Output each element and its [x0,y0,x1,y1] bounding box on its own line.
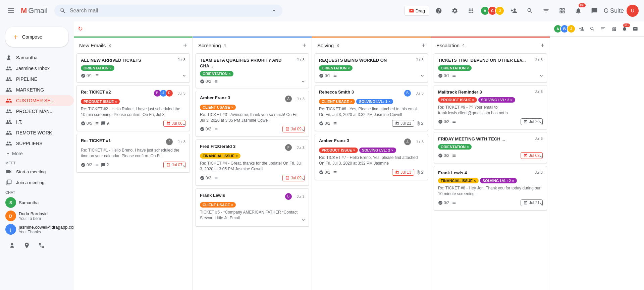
card-new-2[interactable]: Re: TICKET #2 B J R Jul 3 [76,85,190,131]
card-chevron-sc-2[interactable] [301,127,306,134]
sidebar-item-it[interactable]: I.T. [0,117,74,127]
grid-view-icon[interactable] [609,24,619,34]
chat-name-duda: Duda Bardavid [19,211,66,216]
drag-button[interactable]: Drag [405,6,429,16]
card-sc-3[interactable]: Fred FitzGerald 3 F Jul 3 FINANCIAL ISSU… [196,139,309,186]
chat-item-jasmine[interactable]: j jasmine.cowell@dragapp.com You: Thanks [0,223,74,236]
kanban-notifications-icon[interactable]: 99+ [620,24,629,34]
card-esc-3[interactable]: FRIDAY MEETING WITH TECH ... Jul 3 ORIEN… [434,132,547,163]
sidebar: + Compose Samantha Jasmine's Inbox PIPEL… [0,21,74,290]
due-date-sol-2[interactable]: Jul 21 [392,120,414,127]
search-kanban-icon[interactable] [588,24,597,34]
sidebar-item-jasmines-inbox[interactable]: Jasmine's Inbox [0,63,74,74]
chat-preview-duda: You: Ta bem [19,216,66,221]
sidebar-item-remote-work[interactable]: REMOTE WORK [0,127,74,138]
card-chevron-sol-2[interactable] [420,122,425,128]
apps-button[interactable] [464,4,478,17]
card-chevron-sc-4[interactable] [301,217,306,224]
card-new-1[interactable]: ALL NEW ARRIVED TICKETS Jul 3 ORIENTATIO… [76,53,190,82]
add-member-icon[interactable] [577,24,586,34]
start-meeting-button[interactable]: Start a meeting [0,166,74,177]
help-button[interactable] [432,4,445,17]
card-preview-sc-4: TICKET #5 - *Company AMERICAN FATHER *Co… [200,210,305,221]
kanban-av-j: J [567,24,576,33]
card-chevron-sol-3[interactable] [420,171,425,177]
card-av-sc4: B [285,193,292,200]
sidebar-item-suppliers[interactable]: SUPPLIERS [0,138,74,149]
due-date-sol-3[interactable]: Jul 13 [392,169,414,176]
view-toggle-button[interactable] [555,4,569,17]
col-add-solving[interactable]: + [421,42,425,49]
chat-item-duda[interactable]: D Duda Bardavid You: Ta bem [0,209,74,223]
filter-button[interactable] [539,4,553,17]
compose-button[interactable]: + Compose [5,27,68,47]
card-subject-esc-3: FRIDAY MEETING WITH TECH ... [438,136,532,142]
sidebar-item-pipeline[interactable]: PIPELINE [0,74,74,84]
sidebar-item-customer-se[interactable]: CUSTOMER SE... [0,95,74,106]
card-esc-1[interactable]: TICKETS THAT DEPEND ON OTHER LEV... Jul … [434,53,547,82]
sidebar-label-it: I.T. [16,119,22,125]
add-account-button[interactable] [507,4,521,17]
hamburger-button[interactable] [5,6,17,16]
tag-product-esc2: PRODUCT ISSUE× [438,97,477,103]
search-input[interactable] [70,8,267,14]
notification-count: 99+ [579,3,586,7]
email-icon[interactable] [631,24,640,34]
meet-section: Meet [0,158,74,166]
top-bar: M Gmail Drag A C J [0,0,644,21]
card-subject-new-2: Re: TICKET #2 [81,90,152,95]
card-chevron-esc-3[interactable] [539,154,544,160]
search-button[interactable] [523,4,537,17]
card-preview-new-3: Re: TICKET #1 - Hello Breno, I have just… [81,148,185,159]
sidebar-item-samantha[interactable]: Samantha [0,52,74,63]
card-chevron-esc-1[interactable] [539,73,544,79]
phone-icon[interactable] [35,239,48,252]
column-new-emails: New Emails 3 + ALL NEW ARRIVED TICKETS J… [74,37,193,290]
main-content: ↻ A B J [74,21,644,290]
sidebar-item-marketing[interactable]: MARKETING [0,84,74,95]
sidebar-label-pipeline: PIPELINE [16,76,37,82]
chat-button[interactable] [588,4,601,17]
chat-name-jasmine: jasmine.cowell@dragapp.com [19,225,74,230]
card-chevron-new-2[interactable] [181,122,187,128]
card-esc-2[interactable]: Mailtrack Reminder 3 Jul 3 PRODUCT ISSUE… [434,85,547,129]
settings-button[interactable] [448,4,462,17]
sort-kanban-icon[interactable] [598,24,608,34]
col-add-screening[interactable]: + [302,42,306,49]
card-chevron-new-1[interactable] [181,73,187,79]
card-sc-2[interactable]: Amber Franz 3 A Jul 3 CLIENT USAGE× R [196,91,309,137]
sidebar-label-customer-se: CUSTOMER SE... [16,98,54,103]
card-new-3[interactable]: Re: TICKET #1 ? Jul 3 Re: TICKET #1 - He… [76,134,190,173]
refresh-icon[interactable]: ↻ [78,25,83,33]
card-sc-4[interactable]: Frank Lewis B Jul 3 CLIENT USAGE× TIC [196,188,309,227]
tag-solving-esc2: SOLVING LVL: 2× [478,97,515,103]
card-sol-3[interactable]: Amber Franz 3 A Jul 3 PRODUCT ISSUE× SOL… [315,134,428,180]
col-add-new-emails[interactable]: + [183,42,187,49]
more-expand[interactable]: More [0,149,74,158]
card-chevron-sc-1[interactable] [301,79,306,85]
card-preview-new-2: Re: TICKET #2 - Hello Rafael, I have jus… [81,106,185,118]
contacts-icon[interactable] [5,239,19,252]
card-sc-1[interactable]: TEAM BETA QUALIFIES PRIORITY AND CHA... … [196,53,309,88]
join-meeting-button[interactable]: Join a meeting [0,177,74,188]
card-chevron-esc-2[interactable] [539,120,544,126]
column-escalation: Escalation 4 + TICKETS THAT DEPEND ON OT… [431,37,550,290]
location-icon[interactable] [20,239,34,252]
col-title-solving: Solving [317,43,334,48]
card-sol-1[interactable]: REQUESTS BEING WORKED ON Jul 3 ORIENTATI… [315,53,428,82]
col-add-escalation[interactable]: + [540,42,544,49]
card-chevron-new-3[interactable] [181,163,187,170]
chat-item-samantha[interactable]: S Samantha [0,196,74,209]
user-avatar[interactable]: U [627,5,639,17]
card-chevron-sc-3[interactable] [301,176,306,183]
card-esc-4[interactable]: Frank Lewis 4 Jul 3 FINANCIAL ISSUE× SOL… [434,166,547,210]
card-date-new-1: Jul 3 [178,58,185,62]
card-chevron-sol-1[interactable] [420,73,425,79]
notifications-button[interactable]: 99+ [572,4,585,17]
sidebar-item-project-man[interactable]: PROJECT MAN... [0,106,74,117]
column-header-new-emails: New Emails 3 + [74,37,193,53]
card-chevron-esc-4[interactable] [539,201,544,208]
search-dropdown-icon[interactable] [271,7,277,14]
card-sol-2[interactable]: Rebecca Smith 3 B Jul 3 CLIENT USAGE× SO… [315,85,428,131]
card-subject-sc-3: Fred FitzGerald 3 [200,144,283,150]
